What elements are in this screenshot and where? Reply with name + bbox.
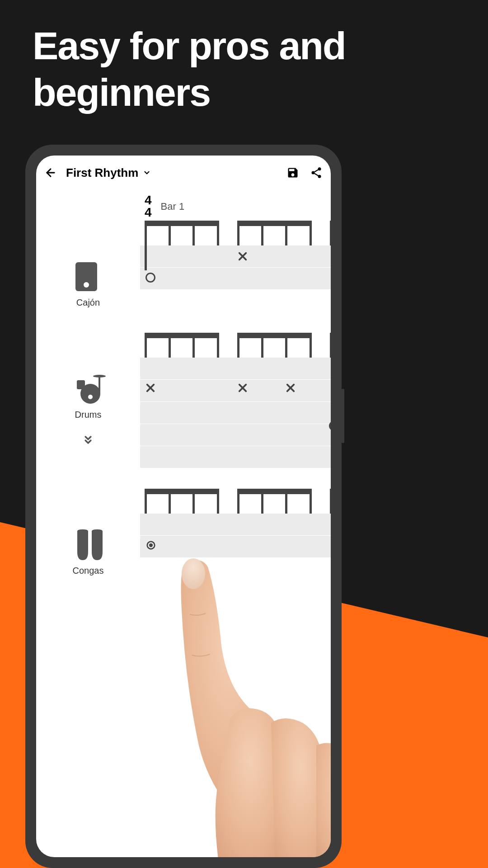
instrument-label: Cajón <box>76 297 100 308</box>
save-icon <box>286 166 299 179</box>
instrument-drums[interactable]: Drums <box>36 358 140 448</box>
note-x[interactable] <box>238 251 248 264</box>
congas-icon <box>75 529 102 561</box>
share-button[interactable] <box>308 165 324 181</box>
back-icon <box>44 166 57 179</box>
back-button[interactable] <box>42 165 59 181</box>
svg-point-5 <box>84 282 89 288</box>
instrument-cajon[interactable]: Cajón <box>36 245 140 308</box>
timesig-top: 4 <box>145 194 152 207</box>
beam-row <box>140 333 331 358</box>
timesig-bottom: 4 <box>145 207 152 219</box>
svg-point-1 <box>318 167 321 170</box>
phone-frame: First Rhythm 4 4 Bar 1 C <box>25 145 342 868</box>
bar-meta: 4 4 Bar 1 <box>36 194 331 218</box>
beam-row <box>140 489 331 514</box>
svg-point-2 <box>312 171 315 175</box>
phone-screen: First Rhythm 4 4 Bar 1 C <box>36 156 331 857</box>
phone-side-button <box>342 389 344 443</box>
song-title: First Rhythm <box>66 166 138 180</box>
app-bar: First Rhythm <box>36 156 331 190</box>
marketing-headline: Easy for pros and beginners <box>33 23 455 116</box>
beam-row <box>140 221 331 245</box>
svg-point-20 <box>150 544 152 547</box>
svg-point-9 <box>93 375 106 377</box>
stem <box>145 223 147 270</box>
note-x[interactable] <box>145 382 155 395</box>
track-row-drums: Drums <box>36 358 331 468</box>
chevron-down-icon <box>143 169 151 177</box>
instrument-label: Drums <box>75 410 102 420</box>
share-icon <box>310 166 323 179</box>
instrument-congas[interactable]: Congas <box>36 514 140 576</box>
track-row-cajon: Cajón <box>36 245 331 308</box>
svg-point-12 <box>88 395 93 399</box>
note-x[interactable] <box>238 382 248 395</box>
svg-point-11 <box>80 384 100 404</box>
cajon-icon <box>75 261 102 293</box>
bar-label: Bar 1 <box>161 201 185 212</box>
notation-drums[interactable] <box>140 358 331 468</box>
instrument-label: Congas <box>73 566 104 576</box>
note-target[interactable] <box>146 540 156 552</box>
note-x[interactable] <box>286 382 296 395</box>
double-chevron-down-icon <box>82 434 94 446</box>
save-button[interactable] <box>285 165 301 181</box>
pointing-hand-illustration <box>167 556 331 857</box>
drums-icon <box>75 373 102 405</box>
title-dropdown[interactable]: First Rhythm <box>66 166 151 180</box>
expand-button[interactable] <box>82 434 94 448</box>
notation-congas[interactable] <box>140 514 331 558</box>
track-row-congas: Congas <box>36 514 331 576</box>
time-signature[interactable]: 4 4 <box>145 194 152 218</box>
svg-point-3 <box>318 175 321 178</box>
notation-cajon[interactable] <box>140 245 331 290</box>
